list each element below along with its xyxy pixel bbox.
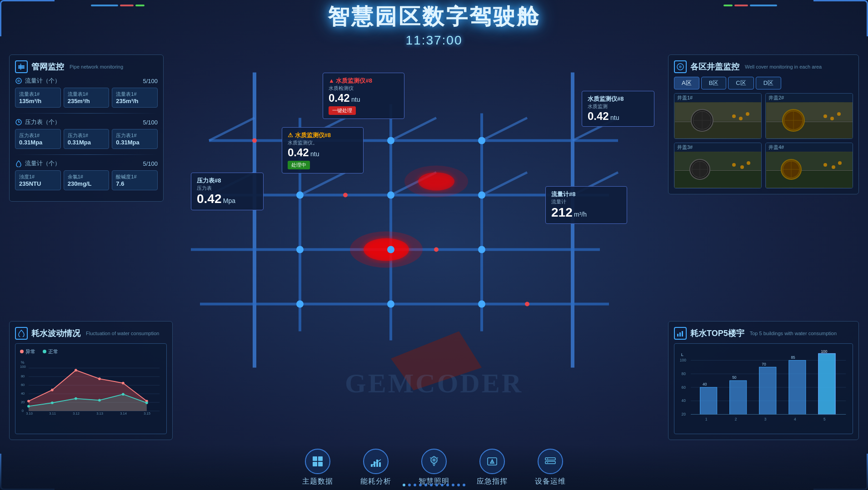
nav-emergency[interactable]: 应急指挥: [477, 449, 508, 486]
nav-device[interactable]: 设备运维: [535, 449, 566, 486]
header-deco-right: [723, 5, 777, 6]
svg-point-76: [823, 163, 827, 167]
water-section-title-en: Fluctuation of water consumption: [86, 331, 159, 336]
svg-text:1: 1: [705, 417, 708, 421]
svg-point-30: [145, 401, 148, 404]
pressure-meter-count: 5/100: [143, 119, 158, 126]
dot-9: [446, 484, 449, 486]
right-panel: 各区井盖监控 Well cover monitoring in each are…: [668, 54, 859, 194]
svg-rect-99: [759, 367, 776, 414]
processing-button[interactable]: 处理中: [288, 161, 310, 169]
flow-card-1: 流量表1# 135m³/h: [15, 88, 61, 108]
svg-text:3.10: 3.10: [26, 411, 33, 416]
pressure-card-3: 压力表1# 0.31Mpa: [112, 129, 158, 149]
water-quality-section: 流量计（个） 5/100 浊度1# 235NTU 余氯1# 230mg/L 酸碱…: [15, 159, 158, 190]
svg-point-57: [830, 117, 834, 120]
top5-icon: [674, 327, 687, 340]
zone-tab-c[interactable]: C区: [728, 77, 753, 89]
flow-meter-count: 5/100: [143, 78, 158, 84]
svg-point-135: [478, 137, 485, 144]
water-quality-cards: 浊度1# 235NTU 余氯1# 230mg/L 酸碱度1# 7.6: [15, 170, 158, 190]
svg-point-141: [478, 246, 485, 253]
svg-marker-132: [391, 332, 482, 391]
svg-line-121: [482, 118, 527, 141]
svg-rect-80: [679, 332, 681, 337]
svg-text:60: 60: [682, 385, 686, 390]
svg-text:40: 40: [703, 382, 707, 386]
flow-meter-cards: 流量表1# 135m³/h 流量表1# 235m³/h 流量表1# 235m³/…: [15, 88, 158, 108]
svg-point-134: [387, 137, 394, 144]
svg-point-25: [27, 405, 30, 408]
svg-point-168: [492, 462, 493, 463]
dot-4: [419, 484, 422, 486]
top5-section-header: 耗水TOP5楼宇 Top 5 buildings with water cons…: [674, 327, 853, 340]
svg-text:L: L: [681, 352, 683, 357]
svg-rect-170: [545, 461, 555, 464]
svg-line-162: [430, 457, 431, 458]
svg-text:85: 85: [791, 355, 795, 360]
nav-energy[interactable]: 能耗分析: [360, 449, 391, 486]
legend-normal: 正常: [43, 348, 58, 355]
svg-point-20: [51, 389, 54, 391]
svg-text:3.12: 3.12: [73, 411, 80, 416]
svg-point-4: [17, 79, 20, 82]
center-map: ▲ 水质监测仪#8 水质检测仪 0.42 ntu 一键处理 水质监测仪#8 水质…: [164, 45, 663, 445]
svg-line-124: [300, 173, 345, 195]
zone-tabs: A区 B区 C区 D区: [674, 77, 853, 89]
pressure-overlay: 压力表#8 压力表 0.42 Mpa: [191, 173, 264, 210]
svg-text:3.14: 3.14: [120, 411, 127, 416]
flow-card-3: 流量表1# 235m³/h: [112, 88, 158, 108]
pressure-meter-header: 压力表（个） 5/100: [15, 118, 158, 126]
nav-emergency-label: 应急指挥: [477, 477, 508, 486]
dot-11: [457, 484, 460, 486]
svg-point-139: [296, 246, 304, 253]
svg-point-48: [746, 112, 749, 116]
well-img-3: [674, 152, 761, 188]
water-quality-count: 5/100: [143, 160, 158, 167]
water-chart-svg: % 100 80 60 40 20 0: [20, 358, 162, 417]
clock: 11:37:00: [406, 33, 463, 48]
pressure-meter-cards: 压力表1# 0.31Mpa 压力表1# 0.31Mpa 压力表1# 0.31Mp…: [15, 129, 158, 149]
well-label-3: 井盖3#: [674, 143, 761, 152]
svg-point-147: [434, 247, 439, 252]
nav-theme-label: 主题数据: [302, 477, 333, 486]
well-img-2: [766, 102, 853, 139]
svg-text:0: 0: [22, 409, 24, 413]
well-section-title: 各区井盖监控: [690, 61, 739, 72]
one-click-process-button[interactable]: 一键处理: [329, 106, 356, 115]
flow-meter-section: 流量计（个） 5/100 流量表1# 135m³/h 流量表1# 235m³/h…: [15, 77, 158, 108]
flow-meter-overlay: 流量计#8 流量计 212 m³/h: [545, 186, 627, 224]
svg-rect-40: [675, 121, 761, 138]
chart-legend: 异常 正常: [20, 348, 162, 355]
zone-tab-b[interactable]: B区: [701, 77, 727, 89]
dot-6: [430, 484, 433, 486]
svg-text:40: 40: [682, 398, 686, 403]
zone-tab-a[interactable]: A区: [674, 77, 699, 89]
pressure-card-1: 压力表1# 0.31Mpa: [15, 129, 61, 149]
water-quality-overlay-1: ▲ 水质监测仪#8 水质检测仪 0.42 ntu 一键处理: [323, 73, 404, 119]
zone-tab-d[interactable]: D区: [756, 77, 781, 89]
left-panel: 管网监控 Pipe network monitoring 流量计（个） 5/10…: [9, 54, 164, 202]
svg-point-68: [747, 161, 750, 165]
nav-theme-data[interactable]: 主题数据: [302, 449, 333, 486]
water-quality-header: 流量计（个） 5/100: [15, 159, 158, 168]
dot-7: [435, 484, 438, 486]
bar-chart-svg: L 100 80 60 40 20 40 1 50: [679, 348, 848, 426]
water-quality-overlay-right: 水质监测仪#8 水质监测 0.42 ntu: [582, 91, 654, 127]
flow-meter-label: 流量计（个）: [15, 77, 60, 85]
svg-text:40: 40: [21, 391, 25, 396]
svg-point-164: [433, 459, 435, 461]
svg-rect-151: [313, 462, 317, 466]
svg-text:100: 100: [20, 365, 26, 369]
svg-point-140: [387, 246, 394, 253]
svg-text:3: 3: [764, 417, 767, 421]
svg-point-146: [343, 193, 348, 198]
svg-rect-50: [766, 121, 853, 138]
well-section-header: 各区井盖监控 Well cover monitoring in each are…: [674, 60, 853, 73]
svg-text:4: 4: [794, 417, 796, 421]
svg-point-47: [739, 117, 743, 120]
well-label-1: 井盖1#: [674, 94, 761, 102]
svg-text:20: 20: [21, 400, 25, 404]
nav-lighting[interactable]: 智慧照明: [419, 449, 449, 486]
svg-rect-60: [675, 169, 761, 188]
